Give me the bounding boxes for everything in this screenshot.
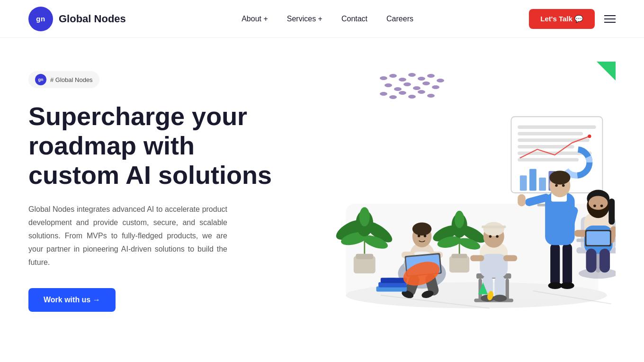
svg-rect-94: [563, 243, 572, 287]
svg-rect-117: [608, 199, 615, 225]
svg-point-86: [496, 235, 499, 238]
svg-rect-31: [529, 169, 537, 190]
svg-rect-88: [503, 255, 517, 261]
nav-services[interactable]: Services +: [287, 15, 322, 23]
nav-contact[interactable]: Contact: [341, 15, 367, 23]
svg-rect-32: [539, 178, 546, 191]
deco-yellow-shape: [487, 290, 494, 303]
svg-rect-123: [586, 249, 597, 273]
svg-point-64: [412, 223, 431, 236]
badge-text: # Global Nodes: [50, 76, 93, 83]
svg-rect-47: [452, 254, 467, 258]
svg-rect-25: [518, 132, 583, 135]
svg-point-106: [562, 184, 565, 187]
svg-rect-84: [482, 226, 506, 228]
svg-point-120: [600, 205, 603, 208]
logo-name: Global Nodes: [59, 13, 126, 25]
svg-point-36: [588, 135, 591, 138]
badge-logo-icon: gn: [35, 74, 46, 85]
svg-point-85: [489, 235, 492, 238]
work-with-us-button[interactable]: Work with us →: [28, 288, 116, 312]
navbar: gn Global Nodes About + Services + Conta…: [0, 0, 644, 38]
svg-point-104: [549, 171, 570, 184]
svg-point-65: [418, 235, 420, 237]
nav-about[interactable]: About +: [242, 15, 268, 23]
logo-link[interactable]: gn Global Nodes: [28, 7, 126, 31]
hero-scene-svg: [294, 62, 616, 346]
hero-illustration: [294, 62, 616, 346]
svg-rect-29: [518, 158, 579, 162]
approach-section: Our Approach We've completely reinvented…: [0, 351, 644, 362]
hero-section: gn # Global Nodes Supercharge your roadm…: [0, 38, 644, 351]
svg-point-45: [359, 207, 370, 226]
svg-point-95: [548, 282, 562, 289]
hero-content: gn # Global Nodes Supercharge your roadm…: [28, 62, 275, 312]
svg-marker-129: [478, 282, 488, 294]
svg-rect-46: [449, 256, 469, 272]
svg-point-119: [593, 205, 596, 208]
hero-description: Global Nodes integrates advanced AI to a…: [28, 203, 227, 269]
svg-point-92: [493, 295, 507, 302]
nav-careers[interactable]: Careers: [386, 15, 413, 23]
svg-rect-30: [520, 175, 527, 190]
lets-talk-button[interactable]: Let's Talk 💬: [529, 9, 595, 29]
svg-rect-87: [470, 255, 484, 261]
svg-rect-24: [518, 126, 596, 129]
svg-point-118: [589, 196, 608, 209]
svg-rect-126: [586, 231, 610, 245]
nav-links: About + Services + Contact Careers: [242, 15, 413, 23]
svg-rect-124: [599, 249, 610, 273]
logo-icon: gn: [28, 7, 53, 31]
hamburger-menu[interactable]: [604, 15, 616, 23]
hero-badge: gn # Global Nodes: [28, 71, 99, 88]
svg-point-66: [424, 235, 427, 237]
svg-point-54: [455, 211, 464, 228]
svg-rect-111: [576, 239, 585, 242]
svg-point-105: [555, 184, 558, 187]
hero-title: Supercharge your roadmap with custom AI …: [28, 101, 275, 190]
svg-rect-93: [550, 243, 560, 287]
deco-green-shape: [478, 282, 488, 296]
svg-rect-38: [356, 254, 373, 259]
svg-point-130: [487, 290, 494, 301]
nav-right: Let's Talk 💬: [529, 9, 616, 29]
svg-point-96: [560, 282, 574, 289]
svg-rect-100: [518, 194, 526, 207]
